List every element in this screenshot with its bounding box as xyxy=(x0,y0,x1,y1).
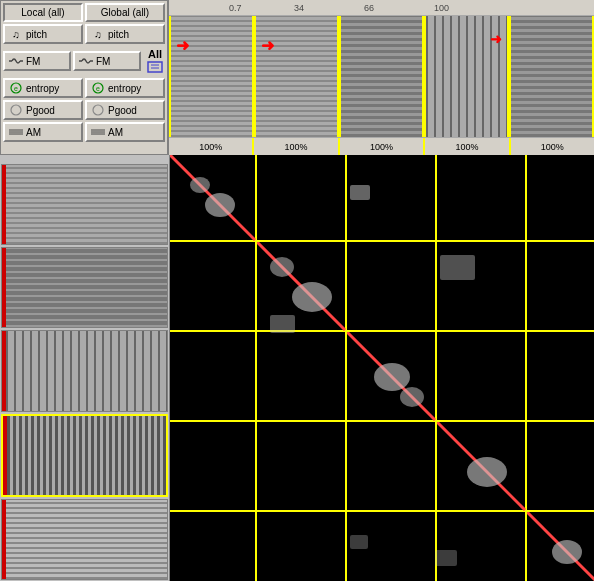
svg-point-25 xyxy=(270,257,294,277)
diag-4 xyxy=(527,512,594,581)
svg-point-24 xyxy=(292,282,332,312)
svg-point-21 xyxy=(205,193,235,217)
pct-3: 100% xyxy=(340,138,425,155)
pct-1: 100% xyxy=(169,138,254,155)
svg-point-30 xyxy=(467,457,507,487)
pct-5: 100% xyxy=(511,138,594,155)
top-thumb-4: ➜ xyxy=(424,16,509,137)
svg-point-11 xyxy=(11,105,21,115)
white-patch-2 xyxy=(440,255,475,280)
svg-text:e: e xyxy=(96,85,100,92)
pitch-global-btn[interactable]: ♫ pitch xyxy=(85,24,165,44)
red-arrow-1: ➜ xyxy=(176,36,189,55)
pgood-local-icon xyxy=(8,103,24,117)
svg-point-22 xyxy=(190,177,210,193)
svg-point-28 xyxy=(400,387,424,407)
pitch-local-btn[interactable]: ♫ pitch xyxy=(3,24,83,44)
pct-4: 100% xyxy=(425,138,510,155)
svg-point-32 xyxy=(552,540,582,564)
fm-local-btn[interactable]: FM xyxy=(3,51,71,71)
num-label-3: 66 xyxy=(364,3,374,13)
am-global-btn[interactable]: AM xyxy=(85,122,165,142)
entropy-global-icon: e xyxy=(90,81,106,95)
matrix-area xyxy=(170,155,594,581)
global-tab[interactable]: Global (all) xyxy=(85,3,165,22)
all-btn[interactable]: All xyxy=(145,46,165,76)
left-thumb-4 xyxy=(1,414,168,497)
num-label-1: 0.7 xyxy=(229,3,242,13)
num-label-4: 100 xyxy=(434,3,449,13)
top-thumb-5 xyxy=(509,16,594,137)
am-global-icon xyxy=(90,125,106,139)
white-patch-5 xyxy=(435,550,457,566)
svg-point-12 xyxy=(93,105,103,115)
fm-global-btn[interactable]: FM xyxy=(73,51,141,71)
diag-2 xyxy=(347,332,437,422)
left-thumb-5 xyxy=(1,499,168,580)
top-thumb-3 xyxy=(339,16,424,137)
top-thumb-2: ➜ xyxy=(254,16,339,137)
top-thumb-1: ➜ xyxy=(169,16,254,137)
pgood-local-btn[interactable]: Pgood xyxy=(3,100,83,120)
left-thumb-1 xyxy=(1,164,168,245)
svg-rect-4 xyxy=(148,62,162,72)
fm-local-icon xyxy=(8,54,24,68)
pitch-local-icon: ♫ xyxy=(8,27,24,41)
red-arrow-4: ➜ xyxy=(490,31,502,47)
am-local-icon xyxy=(8,125,24,139)
entropy-global-btn[interactable]: e entropy xyxy=(85,78,165,98)
diag-0 xyxy=(170,155,257,242)
white-patch-4 xyxy=(350,535,368,549)
white-patch-3 xyxy=(270,315,295,333)
diag-3 xyxy=(437,422,527,512)
svg-text:e: e xyxy=(14,85,18,92)
fm-global-icon xyxy=(78,54,94,68)
red-arrow-2: ➜ xyxy=(261,36,274,55)
local-tab[interactable]: Local (all) xyxy=(3,3,83,22)
left-thumb-3 xyxy=(1,330,168,411)
pgood-global-btn[interactable]: Pgood xyxy=(85,100,165,120)
pgood-global-icon xyxy=(90,103,106,117)
pct-2: 100% xyxy=(254,138,339,155)
entropy-local-icon: e xyxy=(8,81,24,95)
white-patch-1 xyxy=(350,185,370,200)
left-thumb-2 xyxy=(1,247,168,328)
am-local-btn[interactable]: AM xyxy=(3,122,83,142)
pitch-global-icon: ♫ xyxy=(90,27,106,41)
entropy-local-btn[interactable]: e entropy xyxy=(3,78,83,98)
svg-point-27 xyxy=(374,363,410,391)
num-label-2: 34 xyxy=(294,3,304,13)
